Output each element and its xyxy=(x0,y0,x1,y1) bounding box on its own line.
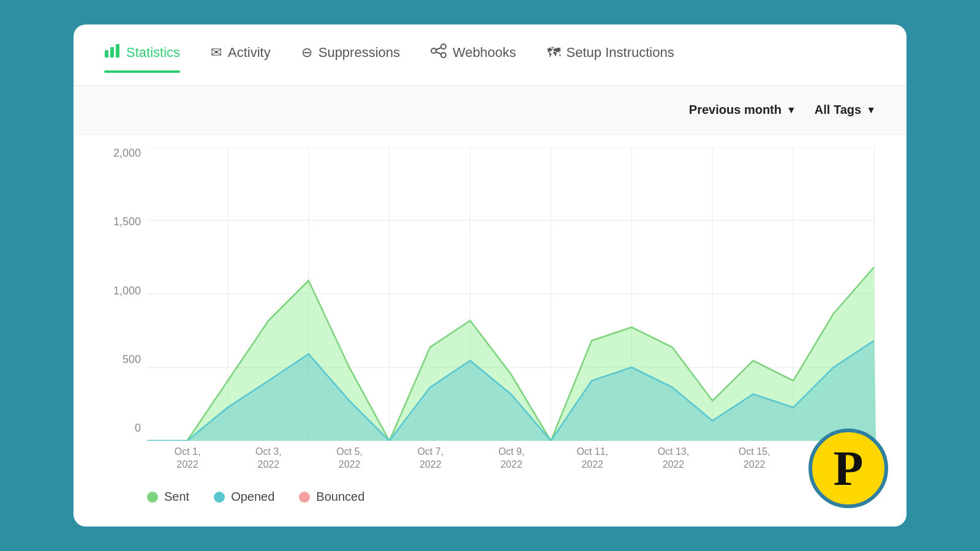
svg-line-7 xyxy=(436,52,441,54)
svg-rect-2 xyxy=(116,44,119,58)
badge-letter: P xyxy=(834,441,864,497)
tags-label: All Tags xyxy=(815,103,861,117)
x-label-oct13: Oct 13,2022 xyxy=(633,441,714,478)
y-label-1000: 1,000 xyxy=(104,285,147,298)
legend-bounced: Bounced xyxy=(299,490,364,504)
chart-area: 0 500 1,000 1,500 2,000 xyxy=(74,135,907,478)
x-label-oct3: Oct 3,2022 xyxy=(228,441,309,478)
svg-rect-1 xyxy=(110,47,114,58)
y-axis: 0 500 1,000 1,500 2,000 xyxy=(104,147,147,441)
statistics-icon xyxy=(104,43,120,62)
period-chevron-icon: ▼ xyxy=(786,105,796,116)
y-label-500: 500 xyxy=(104,353,147,366)
x-label-oct15: Oct 15,2022 xyxy=(714,441,795,478)
tab-webhooks[interactable]: Webhooks xyxy=(431,43,516,67)
tags-dropdown[interactable]: All Tags ▼ xyxy=(815,103,876,117)
main-card: Statistics ✉ Activity ⊖ Suppressions Web… xyxy=(74,24,907,527)
x-label-oct7: Oct 7,2022 xyxy=(390,441,471,478)
x-label-oct11: Oct 11,2022 xyxy=(552,441,633,478)
y-label-2000: 2,000 xyxy=(104,147,147,160)
legend-sent: Sent xyxy=(147,490,189,504)
tab-activity-label: Activity xyxy=(228,45,271,61)
setup-icon: 🗺 xyxy=(547,45,560,61)
tab-suppressions[interactable]: ⊖ Suppressions xyxy=(301,45,400,66)
x-label-oct1: Oct 1,2022 xyxy=(147,441,228,478)
postmark-badge: P xyxy=(809,429,888,508)
chart-inner xyxy=(147,147,876,441)
y-label-0: 0 xyxy=(104,422,147,435)
tab-setup[interactable]: 🗺 Setup Instructions xyxy=(547,45,674,66)
tags-chevron-icon: ▼ xyxy=(866,105,876,116)
filter-bar: Previous month ▼ All Tags ▼ xyxy=(74,86,907,135)
tab-navigation: Statistics ✉ Activity ⊖ Suppressions Web… xyxy=(74,24,907,86)
chart-legend: Sent Opened Bounced xyxy=(74,478,907,504)
period-label: Previous month xyxy=(689,103,782,117)
activity-icon: ✉ xyxy=(211,45,222,61)
period-dropdown[interactable]: Previous month ▼ xyxy=(689,103,796,117)
tab-suppressions-label: Suppressions xyxy=(318,45,400,61)
sent-dot xyxy=(147,492,158,503)
tab-setup-label: Setup Instructions xyxy=(567,45,674,61)
legend-opened: Opened xyxy=(214,490,274,504)
opened-dot xyxy=(214,492,225,503)
bounced-dot xyxy=(299,492,310,503)
y-label-1500: 1,500 xyxy=(104,216,147,228)
svg-point-4 xyxy=(441,44,446,49)
x-axis: Oct 1,2022 Oct 3,2022 Oct 5,2022 Oct 7,2… xyxy=(147,441,876,478)
x-label-oct9: Oct 9,2022 xyxy=(471,441,552,478)
sent-label: Sent xyxy=(164,490,189,504)
tab-statistics-label: Statistics xyxy=(126,45,180,61)
bounced-label: Bounced xyxy=(316,490,364,504)
tab-activity[interactable]: ✉ Activity xyxy=(211,45,271,66)
x-label-oct5: Oct 5,2022 xyxy=(309,441,390,478)
svg-point-3 xyxy=(431,48,436,53)
svg-point-5 xyxy=(441,53,446,58)
opened-label: Opened xyxy=(231,490,274,504)
tab-webhooks-label: Webhooks xyxy=(453,45,516,61)
webhooks-icon xyxy=(431,43,447,62)
chart-container: 0 500 1,000 1,500 2,000 xyxy=(104,147,876,478)
tab-statistics[interactable]: Statistics xyxy=(104,43,180,67)
chart-svg xyxy=(147,147,876,441)
svg-line-6 xyxy=(436,48,441,50)
suppressions-icon: ⊖ xyxy=(301,45,312,61)
svg-rect-0 xyxy=(105,50,108,58)
